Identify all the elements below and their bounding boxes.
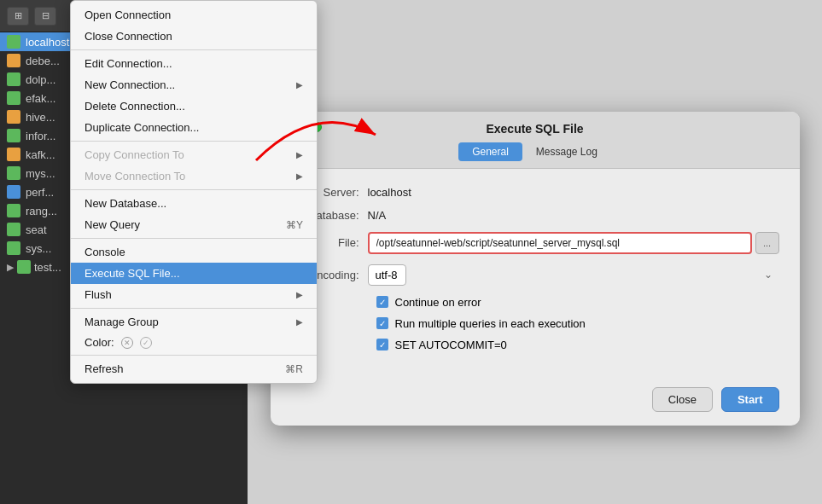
sidebar-item-label: localhost <box>26 36 69 49</box>
db-icon <box>7 148 20 161</box>
menu-item-label: Move Connection To <box>85 170 185 182</box>
encoding-select[interactable]: utf-8 <box>368 264 406 286</box>
db-icon <box>7 185 20 199</box>
dialog-footer: Close Start <box>271 377 800 426</box>
sidebar-toolbar-btn-2[interactable]: ⊟ <box>34 7 56 26</box>
db-icon <box>7 54 20 67</box>
menu-item-label: New Connection... <box>85 78 175 91</box>
menu-separator-4 <box>71 238 317 239</box>
menu-item-open-connection[interactable]: Open Connection <box>71 4 317 26</box>
sidebar-item-label: seat <box>26 223 47 236</box>
dialog-tabs: General Message Log <box>458 142 611 161</box>
form-row-file: File: ... <box>291 232 779 254</box>
menu-item-color: Color: ✕ ✓ <box>71 333 317 352</box>
dialog-tab-general[interactable]: General <box>458 142 522 161</box>
db-icon <box>7 129 20 142</box>
menu-item-label: Close Connection <box>85 30 172 43</box>
menu-item-copy-connection-to[interactable]: Copy Connection To ▶ <box>71 144 317 165</box>
db-icon <box>7 223 20 236</box>
checkbox-label-continue-on-error: Continue on error <box>395 296 481 309</box>
color-dot-check[interactable]: ✓ <box>140 337 152 349</box>
menu-separator-5 <box>71 308 317 309</box>
db-icon <box>17 260 31 274</box>
menu-item-execute-sql-file[interactable]: Execute SQL File... <box>71 263 317 284</box>
browse-button[interactable]: ... <box>755 232 779 254</box>
menu-item-label: Manage Group <box>85 316 159 328</box>
menu-item-refresh[interactable]: Refresh ⌘R <box>71 358 317 379</box>
form-row-database: Database: N/A <box>291 209 779 222</box>
menu-item-label: New Database... <box>85 197 166 210</box>
sidebar-item-label: debe... <box>26 55 60 67</box>
menu-item-close-connection[interactable]: Close Connection <box>71 26 317 47</box>
checkbox-run-multiple[interactable] <box>376 317 388 329</box>
menu-item-edit-connection[interactable]: Edit Connection... <box>71 53 317 74</box>
menu-item-label: Open Connection <box>85 9 171 21</box>
sidebar-item-label: infor... <box>26 130 55 142</box>
db-icon <box>7 91 20 105</box>
menu-item-label: New Query <box>85 218 140 231</box>
sidebar-item-label: sys... <box>26 242 51 255</box>
menu-item-new-database[interactable]: New Database... <box>71 193 317 214</box>
sidebar-item-label: test... <box>34 261 61 274</box>
sidebar-item-label: efak... <box>26 92 55 105</box>
submenu-arrow: ▶ <box>296 290 303 299</box>
sidebar-item-label: dolp... <box>26 73 55 86</box>
sidebar-item-label: hive... <box>26 111 55 124</box>
menu-item-flush[interactable]: Flush ▶ <box>71 284 317 305</box>
db-icon <box>7 241 20 255</box>
execute-sql-dialog: Execute SQL File General Message Log Ser… <box>271 112 800 426</box>
checkbox-continue-on-error[interactable] <box>376 296 388 308</box>
dialog-titlebar: Execute SQL File General Message Log <box>271 112 800 169</box>
database-value: N/A <box>368 209 387 222</box>
checkbox-row-run-multiple: Run multiple queries in each execution <box>376 317 779 330</box>
menu-item-label: Execute SQL File... <box>85 267 180 280</box>
sidebar-item-label: mys... <box>26 167 55 180</box>
expand-arrow: ▶ <box>7 262 14 273</box>
sidebar-item-label: rang... <box>26 205 57 217</box>
dialog-title: Execute SQL File <box>486 122 583 136</box>
form-row-server: Server: localhost <box>291 186 779 199</box>
menu-separator-6 <box>71 355 317 356</box>
submenu-arrow: ▶ <box>296 80 303 90</box>
close-button[interactable]: Close <box>652 387 713 412</box>
main-area: Execute SQL File General Message Log Ser… <box>248 0 822 504</box>
db-icon <box>7 204 20 217</box>
checkbox-autocommit[interactable] <box>376 339 388 350</box>
menu-item-new-query[interactable]: New Query ⌘Y <box>71 214 317 235</box>
menu-item-label: Flush <box>85 288 112 301</box>
menu-item-delete-connection[interactable]: Delete Connection... <box>71 96 317 117</box>
form-row-encoding: Encoding: utf-8 <box>291 264 779 286</box>
db-icon <box>7 110 20 124</box>
start-button[interactable]: Start <box>721 387 779 412</box>
checkbox-row-continue-on-error: Continue on error <box>376 296 779 309</box>
menu-item-shortcut: ⌘R <box>285 363 303 375</box>
dialog-body: Server: localhost Database: N/A File: ..… <box>271 169 800 377</box>
submenu-arrow: ▶ <box>296 171 303 181</box>
menu-separator-3 <box>71 189 317 190</box>
db-icon <box>7 35 20 49</box>
color-label: Color: <box>85 336 114 349</box>
menu-item-duplicate-connection[interactable]: Duplicate Connection... <box>71 117 317 138</box>
menu-item-manage-group[interactable]: Manage Group ▶ <box>71 311 317 333</box>
menu-item-shortcut: ⌘Y <box>286 219 303 231</box>
color-dot-none[interactable]: ✕ <box>121 337 133 349</box>
encoding-select-wrapper: utf-8 <box>368 264 779 286</box>
checkbox-row-autocommit: SET AUTOCOMMIT=0 <box>376 339 779 351</box>
db-icon <box>7 72 20 86</box>
context-menu: Open Connection Close Connection Edit Co… <box>70 0 318 384</box>
menu-item-move-connection-to[interactable]: Move Connection To ▶ <box>71 165 317 187</box>
menu-separator-1 <box>71 49 317 50</box>
sidebar-item-label: perf... <box>26 186 54 199</box>
menu-item-new-connection[interactable]: New Connection... ▶ <box>71 74 317 96</box>
sidebar-item-label: kafk... <box>26 148 55 161</box>
file-input-row: ... <box>368 232 779 254</box>
menu-item-label: Console <box>85 246 125 258</box>
menu-item-label: Edit Connection... <box>85 57 172 70</box>
file-input[interactable] <box>368 232 752 254</box>
dialog-tab-message-log[interactable]: Message Log <box>522 142 611 161</box>
sidebar-toolbar-btn-1[interactable]: ⊞ <box>7 7 29 26</box>
checkbox-label-run-multiple: Run multiple queries in each execution <box>395 317 586 330</box>
submenu-arrow: ▶ <box>296 150 303 159</box>
menu-item-console[interactable]: Console <box>71 241 317 263</box>
menu-item-label: Copy Connection To <box>85 148 184 161</box>
